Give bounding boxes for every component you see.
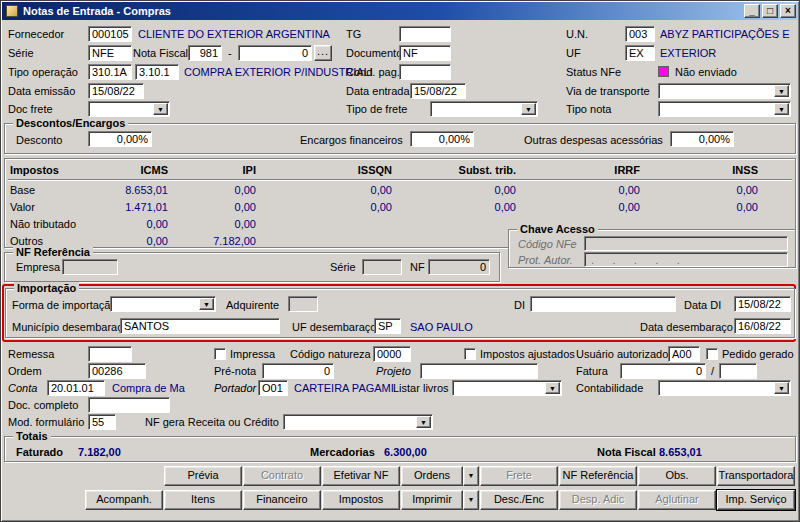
chevron-down-icon[interactable]: ▼: [153, 103, 168, 115]
tipo-frete-select[interactable]: 1 Emitente (CIF) ▼: [430, 101, 538, 117]
financeiro-button[interactable]: Financeiro: [243, 490, 321, 510]
listar-livros-value: 2 ICMS + IPI + ISS: [462, 394, 555, 396]
status-nfe-text: Não enviado: [675, 66, 737, 79]
acompanh-button[interactable]: Acompanh.: [85, 490, 163, 510]
ordens-dropdown-button[interactable]: ▼: [463, 466, 479, 486]
ordens-button[interactable]: Ordens: [401, 466, 463, 486]
desc-enc-button[interactable]: Desc./Enc: [480, 490, 558, 510]
tax-value-cell: 0,00: [318, 201, 392, 214]
uf-desembaraco-label: UF desembaraço: [292, 321, 376, 334]
portador-input[interactable]: O01: [258, 380, 288, 396]
chevron-down-icon[interactable]: ▼: [774, 85, 789, 97]
mercadorias-label: Mercadorias: [310, 446, 375, 459]
maximize-button[interactable]: □: [762, 4, 778, 18]
contabilidade-select[interactable]: a Contabilizar ▼: [658, 380, 791, 396]
nf-gera-value: Usar Regras Arquivos Legais: [293, 428, 433, 430]
descontos-encargos-legend: Descontos/Encargos: [13, 117, 128, 130]
tax-value-cell: 0,00: [88, 218, 168, 231]
tipo-operacao-label: Tipo operação: [8, 66, 78, 79]
chevron-down-icon[interactable]: ▼: [774, 103, 789, 115]
codigo-nfe-label: Código NFe: [518, 238, 577, 251]
uf-desembaraco-input[interactable]: SP: [374, 318, 401, 334]
itens-button[interactable]: Itens: [164, 490, 242, 510]
projeto-input[interactable]: [420, 363, 538, 379]
codigo-natureza-input[interactable]: 0000: [373, 346, 411, 362]
encargos-input[interactable]: 0,00%: [410, 131, 474, 147]
serie-input[interactable]: NFE: [88, 45, 132, 61]
nota-fiscal-sufixo-input[interactable]: 0: [238, 45, 312, 61]
fatura-separator: /: [711, 365, 714, 378]
ordem-input[interactable]: 00286: [88, 363, 146, 379]
pre-nota-input[interactable]: 0: [262, 363, 334, 379]
impostos-col-header: ICMS: [88, 164, 168, 177]
tax-value-cell: 0,00: [688, 201, 758, 214]
outras-despesas-label: Outras despesas acessórias: [524, 134, 663, 147]
chevron-down-icon[interactable]: ▼: [545, 382, 560, 394]
chevron-down-icon[interactable]: ▼: [199, 298, 214, 310]
tipo-operacao-code2-input[interactable]: 3.10.1: [135, 64, 179, 80]
status-nfe-color-swatch: [658, 66, 669, 77]
tipo-nota-select[interactable]: Importação ▼: [658, 101, 791, 117]
remessa-input[interactable]: [88, 346, 132, 362]
tg-label: TG: [346, 28, 361, 41]
un-input[interactable]: 003: [625, 26, 655, 42]
data-entrada-input[interactable]: 15/08/22: [410, 83, 466, 99]
nota-fiscal-browse-button[interactable]: ...: [314, 45, 332, 61]
imp-servico-button[interactable]: Imp. Serviço: [717, 490, 795, 510]
doc-completo-input[interactable]: [88, 397, 170, 413]
doc-frete-select[interactable]: Nota ▼: [88, 101, 170, 117]
data-di-input[interactable]: 15/08/22: [734, 296, 791, 312]
fornecedor-input[interactable]: 000105: [88, 26, 132, 42]
municipio-desembaraco-input[interactable]: SANTOS: [120, 318, 280, 334]
tax-value-cell: 0,00: [440, 201, 516, 214]
chevron-down-icon[interactable]: ▼: [521, 103, 536, 115]
outras-despesas-input[interactable]: 0,00%: [670, 131, 734, 147]
cond-pag-label: Cond. pag.: [346, 66, 400, 79]
fatura-parcela-input[interactable]: [719, 363, 757, 379]
tax-value-cell: 0,00: [88, 235, 168, 248]
previa-button[interactable]: Prévia: [164, 466, 242, 486]
usuario-autorizado-input[interactable]: A00: [668, 346, 700, 362]
chevron-down-icon[interactable]: ▼: [416, 416, 431, 428]
forma-importacao-select[interactable]: ▼: [110, 296, 216, 312]
portador-desc: CARTEIRA PAGAMI: [294, 382, 394, 395]
documento-input[interactable]: NF: [399, 45, 451, 61]
contrato-button: Contrato: [243, 466, 321, 486]
minimize-button[interactable]: _: [744, 4, 760, 18]
data-emissao-input[interactable]: 15/08/22: [88, 83, 144, 99]
imprimir-button[interactable]: Imprimir: [401, 490, 463, 510]
listar-livros-select[interactable]: 2 ICMS + IPI + ISS ▼: [452, 380, 562, 396]
data-desembaraco-input[interactable]: 16/08/22: [734, 318, 791, 334]
usuario-autorizado-label: Usuário autorizado: [576, 348, 668, 361]
uf-input[interactable]: EX: [625, 45, 655, 61]
impostos-row-label: Valor: [10, 201, 35, 214]
impressa-checkbox[interactable]: [214, 348, 226, 360]
impostos-ajustados-checkbox[interactable]: [464, 348, 476, 360]
close-button[interactable]: ×: [780, 4, 796, 18]
obs-button[interactable]: Obs.: [638, 466, 716, 486]
imprimir-dropdown-button[interactable]: ▼: [463, 490, 479, 510]
via-transporte-select[interactable]: Marítima ▼: [658, 83, 791, 99]
impostos-button[interactable]: Impostos: [322, 490, 400, 510]
nota-fiscal-numero-input[interactable]: 981: [188, 45, 222, 61]
cond-pag-input[interactable]: [399, 64, 451, 80]
transportadora-button[interactable]: Transportadora: [717, 466, 795, 486]
desconto-input[interactable]: 0,00%: [88, 131, 152, 147]
serie-label: Série: [8, 47, 34, 60]
pedido-gerado-checkbox[interactable]: [706, 348, 718, 360]
tipo-operacao-code1-input[interactable]: 310.1A: [88, 64, 132, 80]
municipio-desembaraco-label: Município desembaraço: [12, 321, 129, 334]
nf-gera-select[interactable]: Usar Regras Arquivos Legais ▼: [283, 414, 433, 430]
efetivar-nf-button[interactable]: Efetivar NF: [322, 466, 400, 486]
totais-legend: Totais: [13, 430, 51, 443]
nf-referencia-button[interactable]: NF Referência: [559, 466, 637, 486]
chevron-down-icon[interactable]: ▼: [774, 382, 789, 394]
mod-formulario-input[interactable]: 55: [88, 414, 116, 430]
desconto-label: Desconto: [16, 134, 62, 147]
fatura-input[interactable]: 0: [620, 363, 706, 379]
fornecedor-desc: CLIENTE DO EXTERIOR ARGENTINA: [138, 28, 330, 41]
tg-input[interactable]: [399, 26, 451, 42]
di-input[interactable]: [530, 296, 676, 312]
conta-input[interactable]: 20.01.01: [47, 380, 105, 396]
uf-desc: EXTERIOR: [660, 47, 716, 60]
